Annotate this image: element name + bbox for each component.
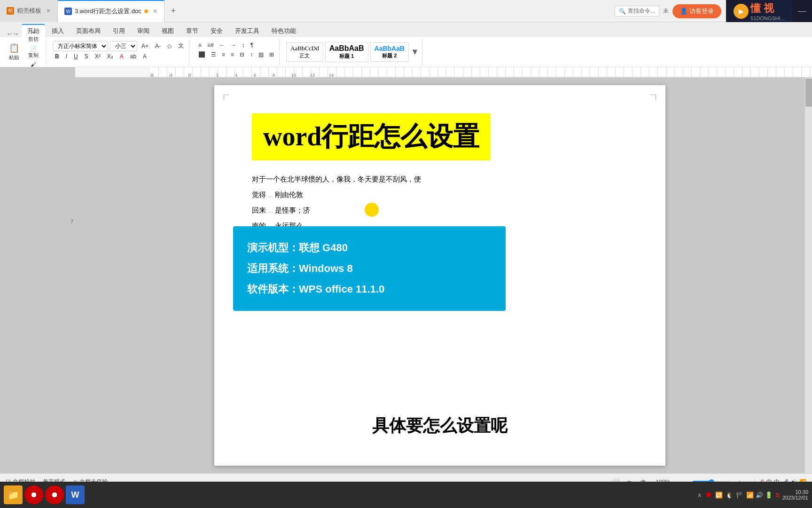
tray-flag: 🏴 [736, 492, 743, 499]
document-page[interactable]: word行距怎么设置 对于一个在北半球惯的人，像我，冬天要是不刮风，便 觉得 .… [214, 85, 665, 466]
tab-template-label: 稻壳模板 [17, 7, 41, 15]
clock: 10:30 2023/12/01 [782, 489, 808, 500]
tray-person: 🐧 [726, 492, 733, 499]
redo-btn[interactable]: ↪ [14, 31, 18, 37]
ruler-mark-5: 6 [254, 73, 256, 78]
font-grow-btn[interactable]: A+ [139, 42, 151, 50]
shading-btn[interactable]: ▨ [256, 50, 266, 59]
sort-btn[interactable]: ↕ [240, 41, 247, 49]
increase-indent-btn[interactable]: → [228, 41, 239, 49]
styles-group: AaBbCcDd 正文 AaBbAaB 标题 1 AaBbAaB 标题 2 ▼ [283, 39, 422, 65]
tab-security[interactable]: 安全 [205, 25, 228, 37]
style-normal[interactable]: AaBbCcDd 正文 [286, 42, 323, 62]
body-line1: 对于一个在北半球惯的人，像我，冬天要是不刮风，便 [252, 172, 628, 187]
align-left-btn[interactable]: ⬛ [196, 50, 208, 59]
ruler-mark-7: 10 [291, 73, 296, 78]
font-size-select[interactable]: 小三 [110, 41, 137, 51]
add-tab-button[interactable]: + [164, 6, 183, 16]
line-spacing-btn[interactable]: ↕ [248, 50, 255, 59]
font-group: 方正小标宋简体 小三 A+ A- ◇ 文 B I U S X² X₂ A ab … [50, 39, 189, 65]
justify-btn[interactable]: ≡ [228, 50, 236, 59]
scrollbar-thumb[interactable] [805, 79, 812, 107]
batt-icon: 🔋 [765, 492, 773, 499]
undo-redo-area: ↩ ↪ [5, 31, 21, 37]
cut-label: 剪切 [28, 36, 39, 43]
tab-chapter[interactable]: 章节 [180, 25, 204, 37]
bold-btn[interactable]: B [53, 52, 62, 61]
styles-more-btn[interactable]: ▼ [411, 47, 419, 57]
cut-button[interactable]: ✂ 剪切 [23, 29, 43, 44]
italic-btn[interactable]: I [63, 52, 70, 61]
net-icon: 📶 [746, 492, 754, 499]
tab-template-close[interactable]: ✕ [46, 8, 51, 14]
taskbar-wps[interactable]: W [66, 485, 85, 504]
superscript-btn[interactable]: X² [93, 52, 103, 61]
subscript-btn[interactable]: X₂ [105, 52, 116, 61]
doc-title-highlight: word行距怎么设置 [252, 113, 491, 160]
tray-expand[interactable]: ∧ [697, 492, 702, 499]
pinyin-btn[interactable]: 文 [176, 41, 186, 51]
tab-template[interactable]: 稻 稻壳模板 ✕ [0, 0, 58, 22]
ruler-mark-9: 14 [329, 73, 334, 78]
system-tray: ∧ ⏺ 🔁 🐧 🏴 📶 🔊 🔋 S 10:30 2023/12/01 [697, 489, 808, 500]
text-style-btn[interactable]: A [141, 52, 149, 61]
minimize-button[interactable]: — [798, 6, 806, 16]
taskbar-record2[interactable]: ⏺ [45, 485, 64, 504]
extra-label: 未 [659, 7, 672, 15]
left-margin: 7 [0, 78, 75, 473]
style-h1-preview: AaBbAaB [329, 44, 364, 53]
taskbar-record1[interactable]: ⏺ [24, 485, 43, 504]
format-copy-icon: 🖌 [31, 62, 36, 67]
decrease-indent-btn[interactable]: ← [217, 41, 227, 49]
tab-dev[interactable]: 开发工具 [229, 25, 265, 37]
copy-button[interactable]: 📄 复制 [23, 45, 43, 60]
align-right-btn[interactable]: ≡ [219, 50, 227, 59]
search-command-box[interactable]: 🔍 查找命令... [615, 6, 659, 16]
tab-ref[interactable]: 引用 [107, 25, 131, 37]
bullets-btn[interactable]: ≡ [196, 41, 204, 49]
tab-document[interactable]: W 3.word行距怎么设置.doc ✕ [58, 0, 164, 22]
style-h1[interactable]: AaBbAaB 标题 1 [325, 42, 368, 62]
strikethrough-btn[interactable]: S [82, 52, 91, 61]
visitor-login-button[interactable]: 👤 访客登录 [672, 4, 721, 18]
tray-icons-area: 📶 🔊 🔋 [746, 492, 773, 499]
align-center-btn[interactable]: ☰ [209, 50, 219, 59]
info-line-1: 演示机型：联想 G480 [247, 238, 492, 258]
folder-icon: 📁 [8, 489, 19, 500]
tab-layout[interactable]: 页面布局 [70, 25, 106, 37]
record1-icon: ⏺ [30, 491, 38, 499]
numbering-btn[interactable]: ≡# [205, 41, 216, 49]
highlight-btn[interactable]: ab [128, 52, 139, 61]
wps-icon: W [71, 490, 79, 500]
ribbon-tabs: ↩ ↪ 开始 插入 页面布局 引用 审阅 视图 章节 安全 开发工具 特色功能 [0, 22, 812, 37]
tab-review[interactable]: 审阅 [132, 25, 155, 37]
title-right-area: 🔍 查找命令... 未 👤 访客登录 ▶ 懂 视 51DONGSHI... — [615, 0, 812, 22]
vertical-scrollbar[interactable] [804, 78, 812, 473]
body-line3: 回来 ... 是怪事；济 [252, 203, 628, 218]
tab-insert[interactable]: 插入 [46, 25, 70, 37]
search-icon: 🔍 [619, 8, 626, 15]
font-shrink-btn[interactable]: A- [153, 42, 163, 50]
ruler-mark-3: 2 [216, 73, 219, 78]
ruler-mark-8: 12 [310, 73, 315, 78]
undo-btn[interactable]: ↩ [8, 31, 12, 37]
taskbar-folder[interactable]: 📁 [4, 485, 23, 504]
logo-area: ▶ 懂 视 51DONGSHI... [726, 0, 792, 22]
show-marks-btn[interactable]: ¶ [248, 41, 256, 49]
tray-record-red: ⏺ [705, 491, 712, 499]
tab-feature[interactable]: 特色功能 [266, 25, 302, 37]
font-family-select[interactable]: 方正小标宋简体 [53, 41, 108, 51]
paste-label: 粘贴 [9, 54, 19, 61]
clear-format-btn[interactable]: ◇ [165, 42, 174, 50]
border-btn[interactable]: ⊞ [267, 50, 276, 59]
style-h2[interactable]: AaBbAaB 标题 2 [370, 42, 409, 62]
ribbon-content: 📋 粘贴 ✂ 剪切 📄 复制 🖌 格式刷 方正小标宋简体 小三 [0, 37, 812, 67]
tab-document-close[interactable]: ✕ [153, 8, 157, 15]
ruler-mark-2: |2 [188, 73, 191, 78]
underline-btn[interactable]: U [71, 52, 80, 61]
font-color-btn[interactable]: A [117, 52, 126, 61]
corner-tr [650, 95, 656, 100]
col-layout-btn[interactable]: ⊟ [237, 50, 247, 59]
paste-button[interactable]: 📋 粘贴 [7, 42, 22, 62]
tab-view[interactable]: 视图 [156, 25, 180, 37]
